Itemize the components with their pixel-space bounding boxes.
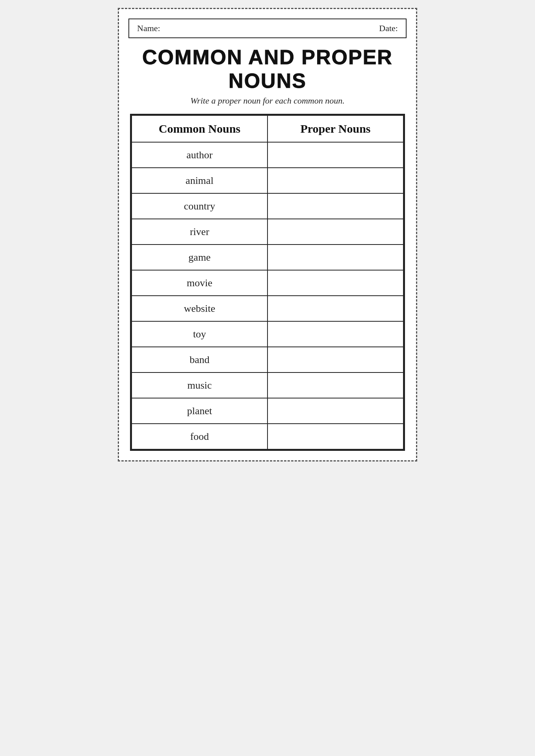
date-label: Date: [379,23,398,33]
table-row: planet [132,398,403,424]
col-common-nouns-header: Common Nouns [132,115,268,142]
proper-noun-cell[interactable] [268,245,403,270]
proper-noun-cell[interactable] [268,347,403,372]
proper-noun-cell[interactable] [268,219,403,245]
col-proper-nouns-header: Proper Nouns [268,115,403,142]
proper-noun-cell[interactable] [268,168,403,193]
table-row: author [132,142,403,168]
common-noun-cell: website [132,296,268,321]
table-row: movie [132,270,403,296]
table-row: toy [132,321,403,347]
common-noun-cell: movie [132,270,268,296]
name-date-bar: Name: Date: [128,19,407,38]
proper-noun-cell[interactable] [268,270,403,296]
page-title: COMMON AND PROPER NOUNS [128,45,407,93]
proper-noun-cell[interactable] [268,398,403,424]
common-noun-cell: river [132,219,268,245]
worksheet-page: Name: Date: COMMON AND PROPER NOUNS Writ… [118,8,417,461]
name-label: Name: [137,23,160,33]
proper-noun-cell[interactable] [268,193,403,219]
common-noun-cell: food [132,424,268,449]
common-noun-cell: band [132,347,268,372]
proper-noun-cell[interactable] [268,142,403,168]
page-subtitle: Write a proper noun for each common noun… [128,96,407,106]
noun-table-container: Common Nouns Proper Nouns authoranimalco… [130,114,405,451]
table-header-row: Common Nouns Proper Nouns [132,115,403,142]
proper-noun-cell[interactable] [268,296,403,321]
table-row: website [132,296,403,321]
common-noun-cell: toy [132,321,268,347]
table-row: band [132,347,403,372]
table-row: music [132,372,403,398]
table-row: country [132,193,403,219]
common-noun-cell: country [132,193,268,219]
noun-table: Common Nouns Proper Nouns authoranimalco… [131,115,404,450]
table-row: animal [132,168,403,193]
proper-noun-cell[interactable] [268,372,403,398]
common-noun-cell: planet [132,398,268,424]
common-noun-cell: animal [132,168,268,193]
table-row: food [132,424,403,449]
proper-noun-cell[interactable] [268,321,403,347]
table-row: river [132,219,403,245]
common-noun-cell: music [132,372,268,398]
proper-noun-cell[interactable] [268,424,403,449]
table-row: game [132,245,403,270]
common-noun-cell: game [132,245,268,270]
common-noun-cell: author [132,142,268,168]
